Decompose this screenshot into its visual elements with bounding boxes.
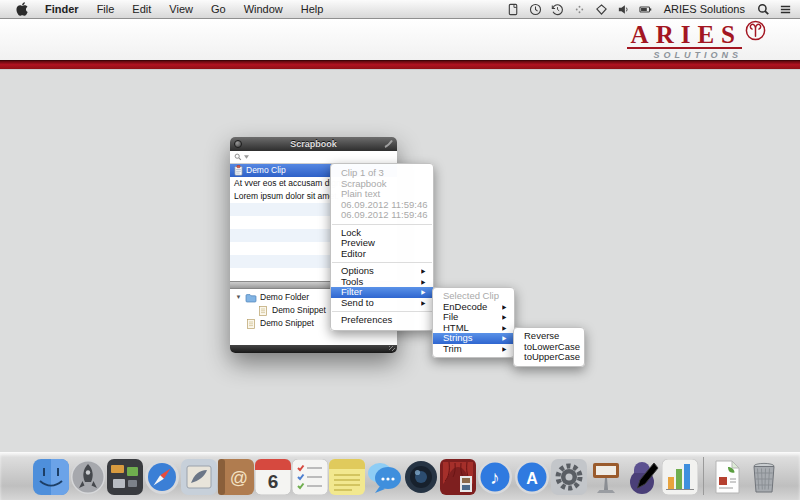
brand-tagline: SOLUTIONS [627,50,766,60]
aries-symbol-icon [745,20,766,41]
svg-text:6: 6 [268,471,279,492]
submenu-arrow-icon: ▶ [422,266,426,277]
submenu-arrow-icon: ▶ [503,333,507,344]
dock-icon-contacts[interactable]: @ [218,459,254,496]
menubar-menus: FinderFileEditViewGoWindowHelp [36,0,332,19]
dock-icon-trash[interactable] [746,459,782,496]
dock-icon-reminders[interactable] [292,459,328,496]
menubar-item-edit[interactable]: Edit [123,3,160,15]
strings-menu-item-touppercase[interactable]: toUpperCase [514,352,584,363]
submenu-arrow-icon: ▶ [503,323,507,334]
strings-menu-item-reverse[interactable]: Reverse [514,331,584,342]
dock-items: @6♪A [0,453,800,500]
apple-menu-icon[interactable] [8,2,36,16]
window-bottom-bar [230,345,397,353]
snippet-icon [257,306,269,316]
context-menu-item-06-09-2012-11-59-46: 06.09.2012 11:59:46 [331,210,433,221]
strings-submenu: ReversetoLowerCasetoUpperCase [513,327,585,367]
dock-icon-mission-control[interactable] [107,459,143,496]
menubar-item-view[interactable]: View [160,3,202,15]
submenu-arrow-icon: ▶ [503,312,507,323]
submenu-arrow-icon: ▶ [503,344,507,355]
battery-icon[interactable] [639,3,652,16]
dock-icon-messages[interactable] [366,459,402,496]
menu-item-label: File [443,312,458,323]
menu-item-label: Clip 1 of 3 [341,168,384,179]
search-icon [234,153,242,161]
filter-menu-item-selected-clip: Selected Clip [433,291,514,302]
disclosure-triangle-icon[interactable]: ▼ [235,291,242,304]
dock: @6♪A [0,452,800,500]
filter-menu-item-strings[interactable]: Strings▶ [433,333,514,344]
menu-item-label: Preferences [341,315,392,326]
context-menu-item-clip-1-of-3: Clip 1 of 3 [331,168,433,179]
document-icon[interactable] [507,3,520,16]
folder-icon [245,293,257,303]
titlebar-action-icon[interactable] [384,140,393,148]
window-titlebar[interactable]: Scrapbook [230,137,397,151]
dock-separator [699,456,708,496]
context-menu-item-filter[interactable]: Filter▶ [331,287,433,298]
brand-name: ARIES [627,22,742,49]
input-dots-icon[interactable] [573,3,586,16]
window-title: Scrapbook [290,139,337,149]
volume-icon[interactable] [617,3,630,16]
dock-icon-app-store[interactable]: A [514,459,550,496]
spotlight-icon[interactable] [757,3,770,16]
menubar-item-window[interactable]: Window [235,3,292,15]
resize-grip[interactable] [389,346,395,351]
submenu-arrow-icon: ▶ [422,287,426,298]
time-machine-icon[interactable] [551,3,564,16]
context-menu-item-send-to[interactable]: Send to▶ [331,298,433,309]
dock-icon-launchpad[interactable] [70,459,106,496]
menubar-item-finder[interactable]: Finder [36,3,88,15]
snippet-icon [245,319,257,329]
menu-item-label: Trim [443,344,462,355]
dock-icon-pages[interactable] [625,459,661,496]
brand-logo: ARIES SOLUTIONS [627,22,766,60]
dock-icon-document-file[interactable] [709,459,745,496]
dock-icon-keynote[interactable] [588,459,624,496]
menu-item-label: Editor [341,249,366,260]
account-menu[interactable]: ARIES Solutions [661,3,748,15]
dock-icon-photo-booth[interactable] [440,459,476,496]
notification-list-icon[interactable] [779,3,792,16]
context-menu-item-preview[interactable]: Preview [331,238,433,249]
svg-text:♪: ♪ [490,467,500,488]
menu-item-label: Preview [341,238,375,249]
menubar-item-file[interactable]: File [88,3,124,15]
clip-label: Demo Clip [246,164,286,177]
dock-icon-calendar[interactable]: 6 [255,459,291,496]
dock-icon-itunes[interactable]: ♪ [477,459,513,496]
submenu-arrow-icon: ▶ [422,277,426,288]
clip-icon [234,165,243,176]
menu-item-label: Filter [341,287,362,298]
tree-label: Demo Snippet [272,304,326,317]
menu-separator [332,311,432,312]
menubar-item-help[interactable]: Help [292,3,333,15]
menubar-item-go[interactable]: Go [202,3,235,15]
dock-icon-safari[interactable] [144,459,180,496]
menu-item-label: Reverse [524,331,559,342]
submenu-arrow-icon: ▶ [422,298,426,309]
dock-icon-facetime[interactable] [403,459,439,496]
tree-label: Demo Snippet [260,317,314,330]
search-scope-chevron-icon [244,155,249,159]
context-menu-item-editor[interactable]: Editor [331,249,433,260]
dock-icon-finder[interactable] [33,459,69,496]
window-close-button[interactable] [234,140,242,148]
svg-text:@: @ [230,468,248,488]
menu-item-label: Options [341,266,374,277]
filter-menu-item-file[interactable]: File▶ [433,312,514,323]
dock-icon-notes[interactable] [329,459,365,496]
context-menu-item-preferences[interactable]: Preferences [331,315,433,326]
menu-bar: FinderFileEditViewGoWindowHelp ARIES Sol… [0,0,800,19]
dock-icon-system-preferences[interactable] [551,459,587,496]
dock-icon-numbers[interactable] [662,459,698,496]
filter-menu-item-trim[interactable]: Trim▶ [433,344,514,355]
clock-icon[interactable] [529,3,542,16]
context-menu-item-options[interactable]: Options▶ [331,266,433,277]
diamond-icon[interactable] [595,3,608,16]
status-icons [507,3,652,16]
dock-icon-mail[interactable] [181,459,217,496]
